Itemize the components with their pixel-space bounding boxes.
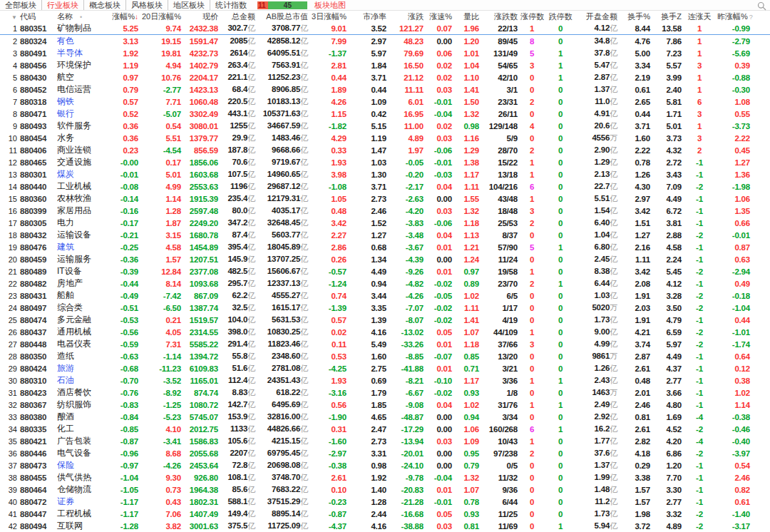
sector-map-link[interactable]: 板块地图 (314, 0, 346, 10)
table-row[interactable]: 15880360农林牧渔-0.141.141915.39235.4亿12179.… (0, 193, 770, 205)
cell-row-number: 22 (0, 277, 19, 290)
table-row[interactable]: 17880305电力-0.171.872249.20347.2亿32648.45… (0, 217, 770, 229)
table-row[interactable]: 19880476建筑-0.254.581454.89395.4亿18045.89… (0, 241, 770, 253)
table-row[interactable]: 6880452电信运营0.79-2.771423.1368.4亿8906.85亿… (0, 83, 770, 96)
table-row[interactable]: 7880318钢铁0.577.711060.48220.5亿10183.13亿4… (0, 96, 770, 108)
table-row[interactable]: 10880454水务0.365.511379.7729.9亿1483.46亿4.… (0, 132, 770, 144)
table-row[interactable]: 18880432运输设备-0.213.151680.7887.4亿5603.77… (0, 229, 770, 241)
amount-unit: 亿 (610, 267, 617, 275)
table-row[interactable]: 20880459运输服务-0.361.571207.51145.9亿13707.… (0, 253, 770, 265)
cell-speed-pct: -0.01 (425, 496, 453, 508)
col-header-turnover-z[interactable]: 换手Z (652, 11, 683, 22)
table-row[interactable]: 41880447工程机械-1.177.061407.49149.4亿8895.1… (0, 508, 770, 520)
table-row[interactable]: 21880489IT设备-0.3912.842377.08482.5亿15606… (0, 265, 770, 277)
table-row[interactable]: 16880399家居用品-0.161.282597.4880.0亿4035.17… (0, 205, 770, 217)
filter-dropdown-icon[interactable]: ▼ (11, 14, 17, 21)
search-icon[interactable] (757, 1, 767, 10)
col-header-consecutive-up-days[interactable]: 连涨天 (683, 11, 716, 22)
table-row[interactable]: 11880406商业连锁0.23-4.54856.59187.8亿9668.66… (0, 144, 770, 156)
table-row[interactable]: 24880497综合类-0.51-6.501387.7432.5亿1615.17… (0, 302, 770, 314)
col-header-limit-down-count[interactable]: 跌停数 (545, 11, 576, 22)
table-row[interactable]: 29880424旅游-0.68-11.236109.8351.6亿2781.08… (0, 362, 770, 374)
table-row[interactable]: 37880473保险-0.97-4.262453.6472.8亿20698.08… (0, 459, 770, 471)
col-header-price[interactable]: 现价 (183, 11, 220, 22)
cell-consecutive-up-days: -4 (683, 435, 716, 447)
cell-speed-pct: -0.02 (425, 277, 453, 290)
table-row[interactable]: 26880437通用机械-0.564.052314.55398.0亿10830.… (0, 326, 770, 338)
tab-0[interactable]: 全部板块 (0, 0, 41, 10)
cell-up-down-count: 6/5 (481, 290, 519, 302)
table-row[interactable]: 12880465交通设施-0.000.171856.0670.6亿9719.67… (0, 156, 770, 168)
table-row[interactable]: 32880367纺织服饰-0.83-1.251080.72142.7亿6495.… (0, 399, 770, 411)
col-header-volume-ratio[interactable]: 量比 (453, 11, 481, 22)
cell-market-cap: 20698.08亿 (257, 459, 309, 471)
table-row[interactable]: 30880310石油-0.70-3.521165.01112.4亿24351.4… (0, 374, 770, 387)
table-row[interactable]: 22880482房地产-0.448.141093.68295.7亿12337.1… (0, 277, 770, 290)
col-header-market-cap[interactable]: AB股总市值 (257, 11, 309, 22)
amount-unit: 亿 (247, 255, 255, 263)
table-row[interactable]: 38880455供气供热-1.049.30926.80108.1亿3748.70… (0, 471, 770, 484)
cell-limit-down-count: 0 (545, 265, 576, 277)
table-row[interactable]: 39880464仓储物流-1.050.731964.3885.6亿7683.22… (0, 484, 770, 496)
table-row[interactable]: 8880471银行0.52-5.073302.49443.1亿105371.63… (0, 108, 770, 120)
col-header-open-amount[interactable]: 开盘金额 (576, 11, 619, 22)
cell-open-amount: 37.6亿 (576, 447, 619, 459)
table-row[interactable]: 5880430航空0.9710.762204.17221.1亿11252.23亿… (0, 71, 770, 83)
tab-4[interactable]: 地区板块 (168, 0, 210, 10)
col-header-change-20d-pct[interactable]: 20日涨幅% (140, 11, 183, 22)
tab-2[interactable]: 概念板块 (83, 0, 125, 10)
table-row[interactable]: 27880448电器仪表-0.597.315585.22291.4亿11823.… (0, 338, 770, 350)
cell-change-pct: -0.96 (108, 447, 140, 459)
cell-change-3d-pct: 4.29 (309, 132, 348, 144)
tab-5[interactable]: 统计指数 (210, 0, 252, 10)
table-row[interactable]: 31880423酒店餐饮-0.76-8.92874.748.83亿618.22亿… (0, 387, 770, 399)
table-row[interactable]: 2880324有色3.1319.151591.472085亿42858.12亿7… (0, 35, 770, 48)
cell-pb-ratio: 2.73 (348, 435, 388, 447)
table-row[interactable]: 3880491半导体1.9219.814232.732614亿64095.51亿… (0, 47, 770, 59)
col-header-code[interactable]: 代码 (19, 11, 56, 22)
table-row[interactable]: 4880456环境保护1.194.941402.79263.4亿7563.91亿… (0, 59, 770, 71)
help-icon[interactable]: ? (748, 14, 753, 21)
cell-row-number: 32 (0, 399, 19, 411)
cell-yesterday-change-pct: -0.99 (716, 22, 751, 35)
col-header-up-down-count[interactable]: 涨跌数 (481, 11, 519, 22)
col-header-change-3d-pct[interactable]: 3日涨幅% (309, 11, 348, 22)
table-row[interactable]: 23880431船舶-0.49-7.42867.0962.2亿4555.27亿0… (0, 290, 770, 302)
table-row[interactable]: 34880335化工-0.854.102012.751133亿44826.66亿… (0, 423, 770, 435)
amount-unit: 亿 (300, 376, 308, 384)
col-header-yesterday-change-pct[interactable]: 昨涨幅%? (716, 11, 751, 22)
col-header-pb-ratio[interactable]: 市净率 (348, 11, 388, 22)
cell-open-amount: 5.47亿 (576, 59, 619, 71)
table-row[interactable]: 14880440工业机械-0.084.992553.631196亿29687.1… (0, 180, 770, 193)
table-row[interactable]: 9880493软件服务0.360.543080.011255亿34667.59亿… (0, 120, 770, 132)
tab-3[interactable]: 风格板块 (125, 0, 168, 10)
col-header-name[interactable]: 名称• (56, 11, 108, 22)
cell-code: 880324 (19, 35, 56, 48)
table-row[interactable]: 36880446电气设备-0.968.682055.682207亿69795.4… (0, 447, 770, 459)
cell-turnover-z: 2.40 (652, 83, 683, 96)
cell-row-number: 12 (0, 156, 19, 168)
col-header-limit-up-count[interactable]: 涨停数 (519, 11, 545, 22)
table-row[interactable]: 28880350造纸-0.63-1.141394.7255.8亿2348.60亿… (0, 350, 770, 362)
table-row[interactable]: 25880474多元金融-0.530.211519.57104.0亿5631.5… (0, 314, 770, 326)
table-row[interactable]: 42880494互联网-1.283.823001.63375.5亿11725.0… (0, 520, 770, 532)
col-header-turnover-pct[interactable]: 换手% (619, 11, 652, 22)
cell-turnover-pct: 1.26 (619, 168, 652, 180)
col-header-total-amount[interactable]: 总金额 (220, 11, 257, 22)
col-header-change-pct[interactable]: 涨幅%↓ (108, 11, 140, 22)
cell-change-20d-pct: 1.87 (140, 217, 183, 229)
cell-turnover-pct: 1.98 (619, 508, 652, 520)
table-row[interactable]: 33880380酿酒-0.84-5.235745.07153.9亿32816.0… (0, 411, 770, 423)
cell-change-3d-pct: 0.11 (309, 338, 348, 350)
tab-1[interactable]: 行业板块 (41, 0, 83, 10)
cell-row-number: 8 (0, 108, 19, 120)
cell-name: 供气供热 (56, 471, 108, 484)
cell-change-3d-pct: -0.23 (309, 496, 348, 508)
table-row[interactable]: 40880472证券-1.170.431802.31588.1亿37515.29… (0, 496, 770, 508)
table-row[interactable]: 1880351矿物制品5.259.742432.38302.7亿3708.77亿… (0, 22, 770, 35)
col-header-change-abs[interactable]: 涨跌 (388, 11, 425, 22)
col-header-speed-pct[interactable]: 涨速% (425, 11, 453, 22)
table-row[interactable]: 35880421广告包装-0.87-3.411586.83105.6亿4215.… (0, 435, 770, 447)
table-row[interactable]: 13880301煤炭-0.015.011603.68107.5亿14960.65… (0, 168, 770, 180)
cell-change-3d-pct: 0.31 (309, 423, 348, 435)
